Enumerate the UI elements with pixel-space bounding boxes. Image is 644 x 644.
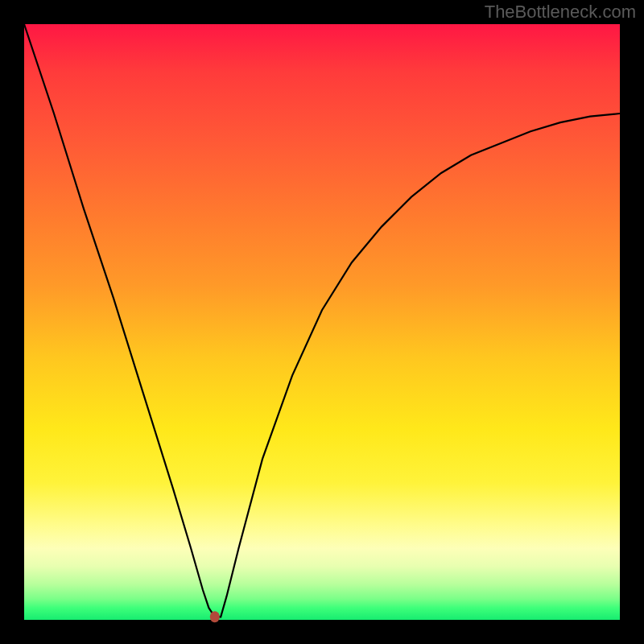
plot-area — [24, 24, 620, 620]
chart-container: TheBottleneck.com — [0, 0, 644, 644]
curve-svg — [24, 24, 620, 620]
watermark-text: TheBottleneck.com — [485, 2, 636, 23]
minimum-marker — [210, 611, 220, 622]
bottleneck-curve — [24, 24, 620, 617]
